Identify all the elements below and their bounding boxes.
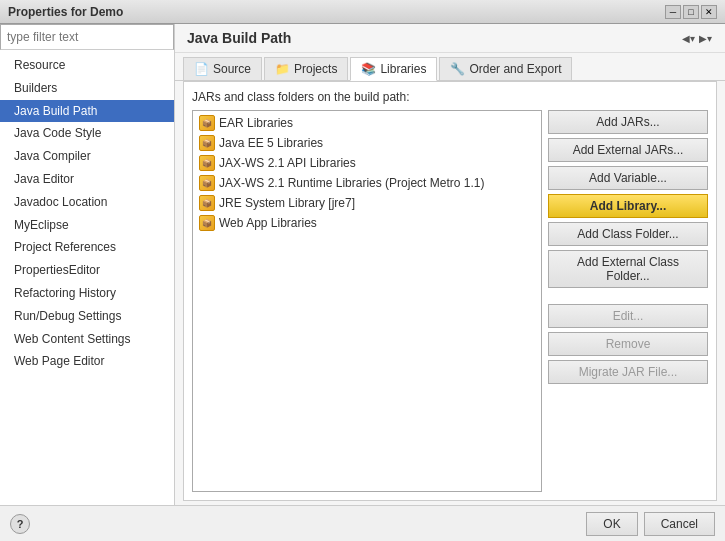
- projects-tab-icon: 📁: [275, 62, 290, 76]
- sidebar-item-web-page-editor[interactable]: Web Page Editor: [0, 350, 174, 373]
- help-button[interactable]: ?: [10, 514, 30, 534]
- header-controls: ◀▾ ▶▾: [681, 33, 713, 44]
- sidebar-item-java-code-style[interactable]: Java Code Style: [0, 122, 174, 145]
- sidebar-item-java-build-path[interactable]: Java Build Path: [0, 100, 174, 123]
- panel-description: JARs and class folders on the build path…: [192, 90, 708, 104]
- sidebar-item-propertieseditor[interactable]: PropertiesEditor: [0, 259, 174, 282]
- main-container: ResourceBuildersJava Build PathJava Code…: [0, 24, 725, 505]
- libraries-list[interactable]: 📦EAR Libraries📦Java EE 5 Libraries📦JAX-W…: [192, 110, 542, 492]
- add-library-button[interactable]: Add Library...: [548, 194, 708, 218]
- cancel-button[interactable]: Cancel: [644, 512, 715, 536]
- order and export-tab-icon: 🔧: [450, 62, 465, 76]
- sidebar-item-project-references[interactable]: Project References: [0, 236, 174, 259]
- source-tab-icon: 📄: [194, 62, 209, 76]
- library-item[interactable]: 📦Web App Libraries: [195, 213, 539, 233]
- sidebar-item-builders[interactable]: Builders: [0, 77, 174, 100]
- content-title: Java Build Path: [187, 30, 291, 46]
- libraries-tab-icon: 📚: [361, 62, 376, 76]
- nav-back-button[interactable]: ◀▾: [681, 33, 696, 44]
- library-label: JRE System Library [jre7]: [219, 196, 355, 210]
- ok-button[interactable]: OK: [586, 512, 637, 536]
- library-item[interactable]: 📦JAX-WS 2.1 API Libraries: [195, 153, 539, 173]
- tab-projects[interactable]: 📁Projects: [264, 57, 348, 80]
- add-jars-button[interactable]: Add JARs...: [548, 110, 708, 134]
- footer-right: OK Cancel: [586, 512, 715, 536]
- library-item[interactable]: 📦JRE System Library [jre7]: [195, 193, 539, 213]
- tab-label: Libraries: [380, 62, 426, 76]
- sidebar: ResourceBuildersJava Build PathJava Code…: [0, 24, 175, 505]
- tab-label: Order and Export: [469, 62, 561, 76]
- close-button[interactable]: ✕: [701, 5, 717, 19]
- sidebar-item-run/debug-settings[interactable]: Run/Debug Settings: [0, 305, 174, 328]
- library-item[interactable]: 📦JAX-WS 2.1 Runtime Libraries (Project M…: [195, 173, 539, 193]
- add-external-jars-button[interactable]: Add External JARs...: [548, 138, 708, 162]
- panel-body: JARs and class folders on the build path…: [183, 81, 717, 501]
- footer: ? OK Cancel: [0, 505, 725, 541]
- tab-label: Projects: [294, 62, 337, 76]
- sidebar-item-resource[interactable]: Resource: [0, 54, 174, 77]
- footer-left: ?: [10, 514, 30, 534]
- tab-order-and-export[interactable]: 🔧Order and Export: [439, 57, 572, 80]
- buttons-column: Add JARs...Add External JARs...Add Varia…: [548, 110, 708, 492]
- sidebar-item-java-editor[interactable]: Java Editor: [0, 168, 174, 191]
- library-icon: 📦: [199, 155, 215, 171]
- sidebar-item-refactoring-history[interactable]: Refactoring History: [0, 282, 174, 305]
- tab-label: Source: [213, 62, 251, 76]
- nav-forward-button[interactable]: ▶▾: [698, 33, 713, 44]
- library-icon: 📦: [199, 115, 215, 131]
- add-class-folder-button[interactable]: Add Class Folder...: [548, 222, 708, 246]
- migrate-jar-button: Migrate JAR File...: [548, 360, 708, 384]
- filter-input[interactable]: [0, 24, 174, 50]
- content-area: Java Build Path ◀▾ ▶▾ 📄Source📁Projects📚L…: [175, 24, 725, 505]
- library-icon: 📦: [199, 195, 215, 211]
- library-icon: 📦: [199, 175, 215, 191]
- content-header: Java Build Path ◀▾ ▶▾: [175, 24, 725, 53]
- minimize-button[interactable]: ─: [665, 5, 681, 19]
- library-item[interactable]: 📦EAR Libraries: [195, 113, 539, 133]
- tab-source[interactable]: 📄Source: [183, 57, 262, 80]
- maximize-button[interactable]: □: [683, 5, 699, 19]
- remove-button: Remove: [548, 332, 708, 356]
- sidebar-item-web-content-settings[interactable]: Web Content Settings: [0, 328, 174, 351]
- tab-libraries[interactable]: 📚Libraries: [350, 57, 437, 81]
- window-title: Properties for Demo: [8, 5, 123, 19]
- add-external-class-folder-button[interactable]: Add External Class Folder...: [548, 250, 708, 288]
- panel-content: 📦EAR Libraries📦Java EE 5 Libraries📦JAX-W…: [192, 110, 708, 492]
- window-controls: ─ □ ✕: [665, 5, 717, 19]
- sidebar-item-myeclipse[interactable]: MyEclipse: [0, 214, 174, 237]
- library-label: Web App Libraries: [219, 216, 317, 230]
- title-bar: Properties for Demo ─ □ ✕: [0, 0, 725, 24]
- library-label: JAX-WS 2.1 API Libraries: [219, 156, 356, 170]
- library-label: EAR Libraries: [219, 116, 293, 130]
- edit-button: Edit...: [548, 304, 708, 328]
- library-item[interactable]: 📦Java EE 5 Libraries: [195, 133, 539, 153]
- library-label: JAX-WS 2.1 Runtime Libraries (Project Me…: [219, 176, 484, 190]
- library-icon: 📦: [199, 135, 215, 151]
- library-label: Java EE 5 Libraries: [219, 136, 323, 150]
- sidebar-item-javadoc-location[interactable]: Javadoc Location: [0, 191, 174, 214]
- tabs-row: 📄Source📁Projects📚Libraries🔧Order and Exp…: [175, 53, 725, 81]
- add-variable-button[interactable]: Add Variable...: [548, 166, 708, 190]
- sidebar-item-java-compiler[interactable]: Java Compiler: [0, 145, 174, 168]
- sidebar-list: ResourceBuildersJava Build PathJava Code…: [0, 50, 174, 505]
- library-icon: 📦: [199, 215, 215, 231]
